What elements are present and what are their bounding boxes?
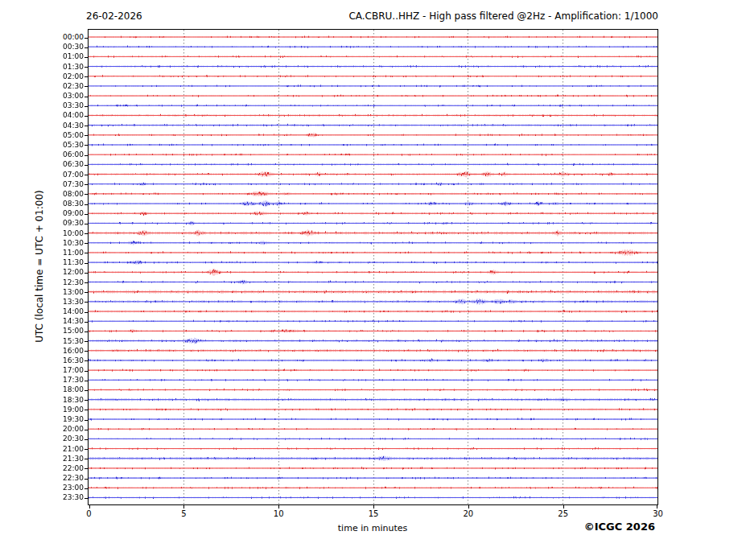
y-tick-mark (84, 302, 89, 303)
y-tick-label: 20:30 (0, 434, 84, 443)
x-axis-title: time in minutes (292, 523, 453, 533)
y-tick-label: 13:00 (0, 288, 84, 297)
x-tick-mark (278, 505, 279, 509)
y-tick-mark (84, 194, 89, 195)
y-tick-mark (84, 459, 89, 459)
y-tick-label: 15:30 (0, 337, 84, 346)
y-tick-mark (84, 420, 89, 421)
y-tick-mark (84, 233, 89, 234)
y-tick-mark (84, 439, 89, 440)
x-tick-mark (89, 505, 90, 509)
x-tick-mark (468, 505, 469, 509)
y-tick-label: 10:30 (0, 239, 84, 248)
y-tick-label: 21:30 (0, 455, 84, 463)
y-tick-mark (84, 224, 89, 224)
y-tick-label: 20:00 (0, 425, 84, 434)
y-tick-mark (84, 292, 89, 293)
y-tick-label: 00:00 (0, 33, 84, 42)
y-tick-mark (84, 106, 89, 107)
y-tick-label: 17:30 (0, 376, 84, 385)
copyright-label: ©ICGC 2026 (584, 521, 655, 533)
y-tick-label: 19:30 (0, 415, 84, 424)
y-tick-mark (84, 360, 89, 361)
y-tick-label: 16:00 (0, 347, 84, 356)
y-tick-label: 01:00 (0, 52, 84, 61)
x-tick-mark (563, 505, 564, 509)
y-tick-mark (84, 488, 89, 489)
y-tick-mark (84, 214, 89, 215)
y-tick-label: 12:30 (0, 278, 84, 287)
y-tick-mark (84, 273, 89, 274)
y-tick-mark (84, 243, 89, 244)
y-tick-mark (84, 381, 89, 381)
y-tick-label: 15:00 (0, 327, 84, 336)
y-tick-mark (84, 351, 89, 352)
y-tick-label: 08:30 (0, 200, 84, 208)
y-tick-mark (84, 145, 89, 146)
y-tick-label: 23:00 (0, 484, 84, 492)
y-tick-mark (84, 479, 89, 480)
y-tick-label: 23:30 (0, 493, 84, 502)
x-tick-label: 30 (642, 509, 674, 518)
y-tick-label: 03:30 (0, 101, 84, 110)
y-tick-label: 10:00 (0, 229, 84, 238)
y-tick-label: 21:00 (0, 445, 84, 454)
y-tick-label: 03:00 (0, 92, 84, 101)
x-tick-label: 25 (547, 509, 579, 518)
helicorder-figure: 26-02-2026 CA.CBRU..HHZ - High pass filt… (0, 0, 746, 560)
y-tick-mark (84, 86, 89, 87)
y-tick-mark (84, 155, 89, 156)
y-tick-mark (84, 184, 89, 185)
y-tick-label: 08:00 (0, 190, 84, 199)
y-tick-mark (84, 135, 89, 136)
y-tick-label: 14:00 (0, 307, 84, 316)
y-tick-label: 00:30 (0, 43, 84, 51)
y-tick-label: 13:30 (0, 298, 84, 307)
y-tick-label: 01:30 (0, 63, 84, 72)
y-tick-label: 07:00 (0, 171, 84, 179)
y-tick-label: 06:00 (0, 150, 84, 159)
y-tick-mark (84, 116, 89, 117)
y-tick-label: 12:00 (0, 268, 84, 277)
x-tick-label: 10 (262, 509, 295, 518)
y-tick-label: 18:30 (0, 396, 84, 405)
y-tick-mark (84, 204, 89, 205)
seismogram-canvas (89, 30, 657, 504)
y-tick-mark (84, 371, 89, 372)
y-tick-mark (84, 400, 89, 401)
y-tick-mark (84, 468, 89, 469)
y-tick-label: 06:30 (0, 160, 84, 169)
y-tick-mark (84, 449, 89, 450)
y-tick-mark (84, 331, 89, 332)
y-tick-mark (84, 57, 89, 58)
x-tick-mark (373, 505, 374, 509)
y-tick-label: 02:30 (0, 82, 84, 91)
y-tick-label: 02:00 (0, 72, 84, 81)
y-tick-label: 11:30 (0, 258, 84, 267)
y-tick-mark (84, 175, 89, 175)
y-tick-mark (84, 498, 89, 499)
y-tick-label: 19:00 (0, 406, 84, 414)
y-tick-label: 07:30 (0, 180, 84, 189)
y-tick-mark (84, 390, 89, 391)
y-tick-label: 05:30 (0, 141, 84, 150)
y-tick-mark (84, 76, 89, 77)
y-tick-mark (84, 67, 89, 68)
y-tick-mark (84, 253, 89, 253)
x-tick-label: 20 (452, 509, 484, 518)
y-tick-label: 22:30 (0, 474, 84, 483)
x-tick-label: 5 (167, 509, 200, 518)
y-tick-mark (84, 282, 89, 283)
plot-title: CA.CBRU..HHZ - High pass filtered @2Hz -… (348, 10, 658, 22)
y-tick-mark (84, 430, 89, 430)
x-tick-mark (183, 505, 184, 509)
y-tick-mark (84, 263, 89, 264)
y-tick-mark (84, 47, 89, 48)
y-tick-mark (84, 38, 89, 39)
y-tick-mark (84, 312, 89, 313)
x-tick-label: 15 (357, 509, 389, 518)
y-tick-label: 22:00 (0, 464, 84, 473)
date-label: 26-02-2026 (86, 10, 142, 22)
y-tick-label: 05:00 (0, 131, 84, 140)
y-tick-label: 11:00 (0, 249, 84, 257)
